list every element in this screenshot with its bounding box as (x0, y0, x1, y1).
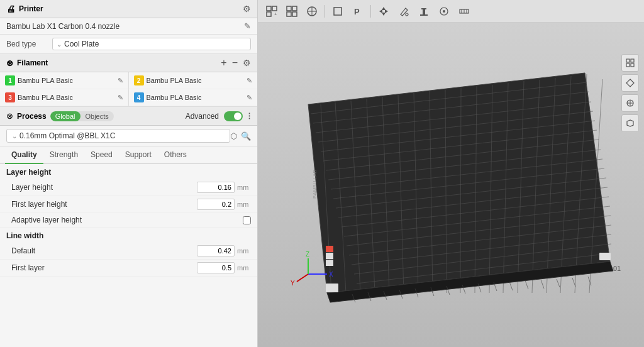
svg-rect-7 (292, 12, 297, 16)
first-layer-line-value-group: mm (197, 262, 251, 273)
view-tool-1[interactable] (621, 54, 639, 72)
toolbar-fdm-icon[interactable] (455, 3, 473, 20)
svg-rect-2 (267, 12, 271, 16)
filament-name-1: Bambu PLA Basic (18, 77, 115, 84)
first-layer-height-label: First layer height (11, 200, 197, 209)
first-layer-height-input[interactable] (197, 199, 235, 210)
first-layer-line-input[interactable] (197, 262, 235, 273)
svg-rect-85 (599, 253, 611, 260)
process-section-header: ⊗ Process Global Objects Advanced ⁝ (0, 107, 257, 126)
svg-text:X: X (329, 271, 333, 278)
adaptive-layer-value-group (243, 216, 251, 224)
toolbar-orient-icon[interactable] (303, 3, 321, 20)
filament-section-header: ⊛ Filament + − ⚙ (0, 54, 257, 72)
svg-rect-6 (287, 12, 291, 16)
svg-text:BAMBU LAB: BAMBU LAB (312, 170, 318, 199)
filament-item-2: 2 Bambu PLA Basic ✎ (129, 72, 258, 89)
svg-rect-18 (421, 8, 426, 9)
process-left: ⊗ Process Global Objects (6, 111, 114, 121)
printer-settings-icon[interactable]: ⚙ (243, 4, 251, 14)
default-line-label: Default (11, 246, 197, 255)
tab-others[interactable]: Others (158, 146, 193, 164)
default-line-row: Default mm (0, 243, 257, 260)
filament-settings-icon[interactable]: ⚙ (243, 58, 251, 68)
toolbar-grid-icon[interactable] (283, 3, 301, 20)
tab-speed[interactable]: Speed (84, 146, 119, 164)
layer-height-input[interactable] (197, 182, 235, 193)
filament-color-2: 2 (134, 75, 144, 85)
filament-label: Filament (17, 58, 48, 67)
view-tool-3[interactable] (621, 94, 639, 112)
first-layer-line-label: First layer (11, 263, 197, 272)
process-dots-icon[interactable]: ⁝ (248, 110, 251, 122)
svg-point-22 (443, 10, 445, 13)
view-tool-4[interactable] (621, 114, 639, 132)
filament-spool-icon: ⊛ (6, 58, 13, 68)
svg-rect-4 (287, 6, 291, 11)
svg-text:P: P (354, 7, 360, 16)
filament-color-1: 1 (5, 75, 15, 85)
svg-text:01: 01 (613, 265, 621, 272)
profile-selector[interactable]: ⌄ 0.16mm Optimal @BBL X1C (6, 129, 230, 143)
filament-add-icon[interactable]: + (221, 57, 226, 69)
layer-height-value-group: mm (197, 182, 251, 193)
quality-tabs: Quality Strength Speed Support Others (0, 146, 257, 164)
tab-quality[interactable]: Quality (5, 146, 43, 164)
tab-strength[interactable]: Strength (43, 146, 84, 164)
layer-height-group-title: Layer height (0, 164, 257, 179)
profile-row: ⌄ 0.16mm Optimal @BBL X1C ⬡ 🔍 (0, 126, 257, 146)
first-layer-line-row: First layer mm (0, 260, 257, 277)
svg-rect-93 (326, 246, 333, 252)
toolbar-seam-icon[interactable] (435, 3, 453, 20)
filament-edit-4[interactable]: ✎ (247, 94, 252, 102)
profile-icons: ⬡ 🔍 (230, 131, 251, 141)
toolbar-sep-1 (325, 5, 325, 18)
filament-edit-3[interactable]: ✎ (118, 94, 123, 102)
bed-type-arrow: ⌄ (57, 41, 62, 48)
printer-icon: 🖨 (6, 4, 15, 14)
filament-item-3: 3 Bambu PLA Basic ✎ (0, 89, 129, 106)
toolbar-move-icon[interactable] (375, 3, 392, 20)
toolbar-support-icon[interactable] (415, 3, 433, 20)
filament-name-2: Bambu PLA Basic (147, 77, 245, 84)
svg-rect-20 (420, 14, 428, 16)
profile-save-icon[interactable]: ⬡ (230, 131, 237, 141)
svg-rect-94 (326, 253, 333, 259)
profile-value-text: 0.16mm Optimal @BBL X1C (19, 131, 115, 140)
bed-type-selector[interactable]: ⌄ Cool Plate (52, 38, 251, 50)
layer-height-unit: mm (237, 184, 251, 191)
adaptive-layer-checkbox[interactable] (243, 216, 251, 224)
filament-color-3: 3 (5, 92, 15, 102)
svg-point-17 (406, 13, 408, 16)
tab-support[interactable]: Support (119, 146, 158, 164)
toolbar-slice-icon[interactable]: P (349, 3, 367, 20)
printer-name-label: Bambu Lab X1 Carbon 0.4 nozzle (6, 22, 119, 31)
svg-rect-1 (272, 6, 277, 11)
filament-remove-icon[interactable]: − (232, 57, 238, 69)
profile-search-icon[interactable]: 🔍 (241, 131, 251, 141)
process-tab-group: Global Objects (50, 111, 114, 121)
view-tool-2[interactable] (621, 74, 639, 92)
toolbar-paint-icon[interactable] (395, 3, 413, 20)
filament-name-3: Bambu PLA Basic (18, 94, 115, 101)
first-layer-height-row: First layer height mm (0, 196, 257, 213)
svg-rect-97 (626, 59, 630, 62)
tab-global[interactable]: Global (50, 111, 80, 121)
bed-type-value-text: Cool Plate (64, 40, 99, 48)
toolbar-box-icon[interactable] (329, 3, 347, 20)
first-layer-line-unit: mm (237, 264, 251, 272)
right-panel: + P (258, 0, 644, 347)
printer-edit-icon[interactable]: ✎ (244, 21, 251, 31)
filament-edit-2[interactable]: ✎ (247, 77, 252, 85)
viewport[interactable]: BAMBU LAB X Z Y 01 (258, 23, 644, 347)
tab-objects[interactable]: Objects (80, 111, 114, 121)
filament-edit-1[interactable]: ✎ (118, 77, 123, 85)
svg-marker-101 (626, 79, 634, 87)
plate-3d-svg: BAMBU LAB X Z Y 01 (258, 23, 644, 347)
default-line-input[interactable] (197, 245, 235, 256)
toolbar-add-icon[interactable]: + (263, 3, 280, 20)
advanced-toggle[interactable] (224, 111, 243, 121)
svg-rect-19 (423, 9, 425, 14)
printer-section-header: 🖨 Printer ⚙ (0, 0, 257, 18)
toolbar-sep-2 (370, 5, 371, 18)
